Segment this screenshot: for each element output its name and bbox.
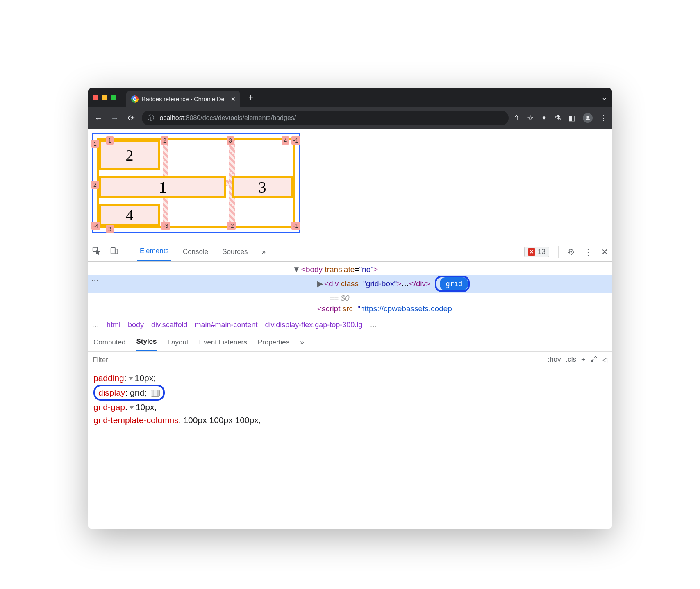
expand-shorthand-icon[interactable] — [128, 377, 133, 380]
browser-tab[interactable]: Badges reference - Chrome De × — [126, 91, 240, 107]
forward-button[interactable]: → — [109, 113, 120, 123]
grid-line-label: -3 — [161, 222, 170, 230]
styles-tools: :hov .cls + 🖌 ◁ — [543, 356, 612, 364]
event-listeners-tab[interactable]: Event Listeners — [199, 333, 247, 351]
grid-line-label: 3 — [106, 225, 114, 233]
tab-strip: Badges reference - Chrome De × + ⌄ — [88, 88, 612, 107]
toolbar: ← → ⟳ ⓘ localhost:8080/docs/devtools/ele… — [88, 107, 612, 129]
browser-chrome: Badges reference - Chrome De × + ⌄ ← → ⟳… — [88, 88, 612, 129]
grid-line-label: -1 — [291, 136, 300, 145]
grid-line-label: 1 — [106, 136, 114, 145]
devtools: Elements Console Sources » ✕ 13 ⚙ ⋮ ✕ ▼<… — [88, 242, 612, 529]
grid-line-label: 4 — [282, 136, 289, 145]
dom-node-selected[interactable]: ▶<div class="grid-box">…</div> grid — [88, 275, 612, 293]
grid-cell: 3 — [232, 176, 293, 198]
close-tab-icon[interactable]: × — [231, 95, 236, 104]
devtools-close-icon[interactable]: ✕ — [601, 247, 608, 257]
breadcrumb-item[interactable]: div.display-flex.gap-top-300.lg — [265, 321, 363, 329]
minimize-window-button[interactable] — [102, 95, 107, 100]
menu-kebab-icon[interactable]: ⋮ — [600, 113, 607, 122]
settings-gear-icon[interactable]: ⚙ — [568, 247, 575, 257]
grid-container: 1 2 3 4 — [97, 138, 295, 228]
script-src-link[interactable]: https://cpwebassets.codep — [360, 304, 452, 313]
grid-line-label: 2 — [91, 181, 99, 189]
tab-list-chevron-icon[interactable]: ⌄ — [601, 93, 607, 102]
error-count-badge[interactable]: ✕ 13 — [524, 247, 549, 257]
css-declaration-display[interactable]: display: grid; — [93, 385, 607, 401]
layout-tab[interactable]: Layout — [168, 333, 189, 351]
cls-toggle[interactable]: .cls — [566, 356, 577, 364]
share-icon[interactable]: ⇧ — [514, 113, 520, 122]
address-bar[interactable]: ⓘ localhost:8080/docs/devtools/elements/… — [142, 111, 509, 125]
grid-line-label: -1 — [291, 222, 300, 230]
close-window-button[interactable] — [93, 95, 98, 100]
maximize-window-button[interactable] — [111, 95, 116, 100]
expand-shorthand-icon[interactable] — [129, 406, 134, 409]
grid-cell: 4 — [99, 204, 160, 226]
toolbar-actions: ⇧ ☆ ✦ ⚗ ◧ ⋮ — [514, 113, 607, 123]
breadcrumb-overflow-left[interactable]: … — [92, 321, 99, 329]
computed-sidebar-icon[interactable]: ◁ — [602, 356, 607, 364]
console-reference: == $0 — [88, 293, 612, 304]
more-styles-tabs-icon[interactable]: » — [300, 333, 304, 351]
devtools-menu-icon[interactable]: ⋮ — [584, 247, 592, 257]
grid-cell: 1 — [99, 176, 226, 198]
computed-tab[interactable]: Computed — [93, 333, 125, 351]
properties-tab[interactable]: Properties — [258, 333, 289, 351]
paint-icon[interactable]: 🖌 — [590, 356, 597, 364]
url-port: :8080 — [184, 114, 200, 121]
breadcrumb-item[interactable]: body — [128, 321, 144, 329]
more-tabs-icon[interactable]: » — [259, 242, 268, 261]
url-host: localhost — [158, 114, 184, 121]
breadcrumb-item[interactable]: html — [107, 321, 120, 329]
console-tab[interactable]: Console — [180, 242, 211, 261]
extensions-icon[interactable]: ✦ — [541, 113, 547, 122]
css-declaration[interactable]: padding:10px; — [93, 372, 607, 385]
grid-line-label: 3 — [227, 136, 234, 145]
breadcrumb-item[interactable]: div.scaffold — [151, 321, 187, 329]
grid-line-label: 2 — [161, 136, 168, 145]
tab-title: Badges reference - Chrome De — [142, 96, 225, 102]
grid-line-label: 1 — [91, 140, 99, 148]
bookmark-icon[interactable]: ☆ — [527, 113, 534, 122]
back-button[interactable]: ← — [93, 113, 104, 123]
grid-cell: 2 — [99, 140, 160, 170]
svg-rect-3 — [116, 249, 118, 254]
new-tab-button[interactable]: + — [245, 93, 257, 102]
styles-filter-input[interactable] — [88, 356, 543, 364]
styles-filter-row: :hov .cls + 🖌 ◁ — [88, 352, 612, 368]
profile-avatar[interactable] — [583, 113, 593, 123]
dom-tree: ▼<body translate="no"> ▶<div class="grid… — [88, 262, 612, 317]
breadcrumb-item[interactable]: main#main-content — [195, 321, 257, 329]
grid-line-label: -4 — [91, 222, 100, 230]
inspect-element-icon[interactable] — [92, 246, 101, 257]
device-toggle-icon[interactable] — [110, 246, 119, 257]
side-panel-icon[interactable]: ◧ — [568, 113, 575, 122]
grid-badge[interactable]: grid — [440, 277, 468, 290]
styles-tab-bar: Computed Styles Layout Event Listeners P… — [88, 333, 612, 352]
dom-node[interactable]: ▼<body translate="no"> — [88, 264, 612, 275]
labs-icon[interactable]: ⚗ — [555, 113, 561, 122]
new-style-rule-icon[interactable]: + — [581, 356, 585, 364]
devtools-tab-bar: Elements Console Sources » ✕ 13 ⚙ ⋮ ✕ — [88, 242, 612, 262]
styles-tab[interactable]: Styles — [136, 333, 157, 351]
css-declaration[interactable]: grid-gap:10px; — [93, 401, 607, 414]
breadcrumb-overflow-right[interactable]: … — [370, 321, 377, 329]
page-viewport: 1 2 3 4 1 1 2 3 4 -1 2 -4 3 -3 -2 -1 — [88, 129, 612, 242]
dom-node[interactable]: <script src="https://cpwebassets.codep — [88, 304, 612, 314]
error-icon: ✕ — [528, 248, 535, 256]
sources-tab[interactable]: Sources — [220, 242, 250, 261]
css-declaration[interactable]: grid-template-columns: 100px 100px 100px… — [93, 414, 607, 427]
grid-editor-icon[interactable] — [151, 390, 160, 397]
dom-breadcrumb: … html body div.scaffold main#main-conte… — [88, 317, 612, 333]
reload-button[interactable]: ⟳ — [125, 113, 137, 123]
elements-tab[interactable]: Elements — [137, 242, 171, 261]
chrome-favicon-icon — [131, 95, 139, 103]
window-controls — [93, 95, 116, 100]
svg-rect-2 — [111, 248, 115, 254]
hov-toggle[interactable]: :hov — [548, 356, 561, 364]
url-path: /docs/devtools/elements/badges/ — [200, 114, 296, 121]
inspected-grid-element[interactable]: 1 2 3 4 1 1 2 3 4 -1 2 -4 3 -3 -2 -1 — [92, 133, 300, 233]
site-info-icon[interactable]: ⓘ — [148, 114, 154, 122]
error-count: 13 — [538, 248, 545, 256]
